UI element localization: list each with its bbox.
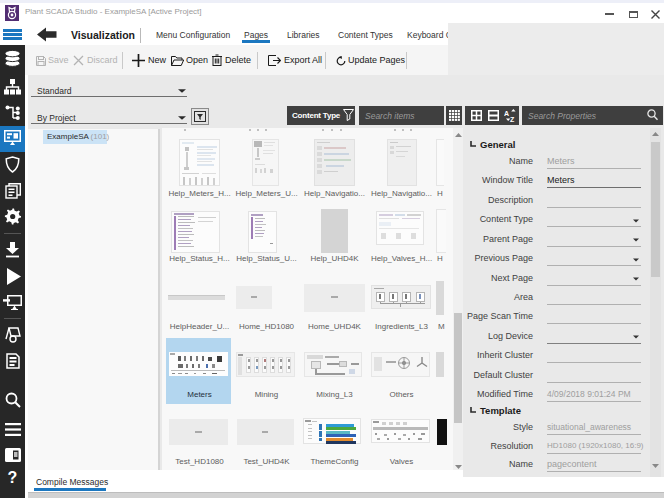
svg-text:A: A [504, 110, 509, 117]
svg-text:Z: Z [510, 116, 515, 123]
